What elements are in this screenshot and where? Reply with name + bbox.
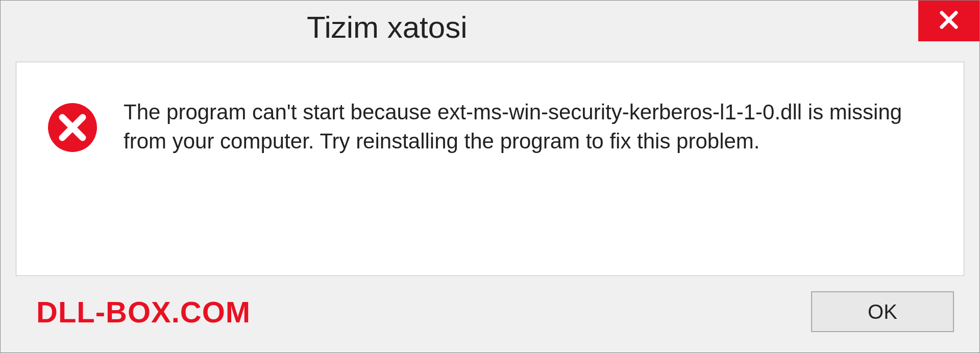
error-dialog: Tizim xatosi The program can't start bec… [0, 0, 980, 353]
error-message: The program can't start because ext-ms-w… [124, 98, 915, 156]
content-panel: The program can't start because ext-ms-w… [16, 62, 964, 276]
dialog-footer: DLL-BOX.COM OK [1, 276, 979, 352]
close-icon [937, 8, 961, 34]
error-icon [47, 102, 98, 153]
ok-button-label: OK [868, 300, 897, 323]
watermark-text: DLL-BOX.COM [36, 295, 251, 329]
dialog-title: Tizim xatosi [1, 1, 467, 45]
titlebar: Tizim xatosi [1, 1, 979, 57]
close-button[interactable] [918, 1, 979, 41]
ok-button[interactable]: OK [811, 291, 954, 332]
